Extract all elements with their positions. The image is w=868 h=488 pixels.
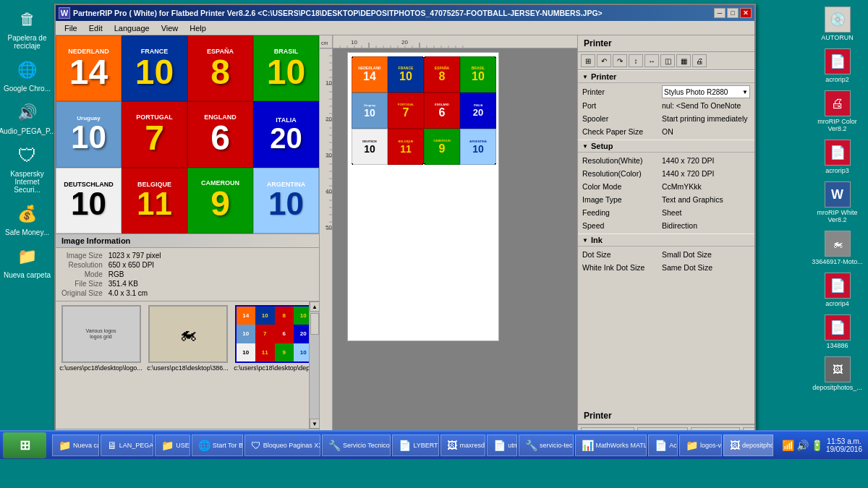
left-panel: NEDERLAND 14 FRANCE 10 ESPAÑA 8 BRASIL [56,35,320,443]
taskbar-tor-icon: 🌐 [198,440,210,451]
scroll-thumb[interactable] [310,313,319,335]
maximize-button[interactable]: □ [727,8,739,18]
taskbar-item-servicio[interactable]: 🔧 Servicio Tecnico Notebooks [322,435,391,456]
taskbar: ⊞ 📁 Nueva carpeta 🖥 LAN_PEGA_Rea... 📁 US… [0,430,868,459]
minimize-button[interactable]: ─ [714,8,726,18]
taskbar-item-depositphotos[interactable]: 🖼 depositphotos_... [723,435,773,456]
image-size-value: 1023 x 797 pixel [109,252,313,260]
thumbnail-1[interactable]: Various logoslogos grid c:\users\pc18\de… [59,305,142,414]
thumb-img-1: Various logoslogos grid [61,305,141,363]
menu-help[interactable]: Help [184,22,212,34]
menu-edit[interactable]: Edit [83,22,109,34]
taskbar-item-bloqueo[interactable]: 🛡 Bloqueo Paginas XXX Actualiz... [244,435,320,456]
chrome-icon[interactable]: 🌐 Google Chro... [2,54,53,95]
thumbnail-scrollbar[interactable]: ▲ ▼ [309,301,319,429]
taskbar-item-lybertyred[interactable]: 📄 LYBERTYRED [392,435,439,456]
printer-tb-btn-1[interactable]: ⊞ [581,54,595,67]
prop-feeding: Feeding Sheet [578,206,754,219]
thumbnails-container: Various logoslogos grid c:\users\pc18\de… [56,301,319,418]
start-button[interactable]: ⊞ [3,432,46,458]
svg-text:10: 10 [351,39,357,46]
taskbar-item-acro[interactable]: 📄 Acro [648,435,678,456]
section-printer-header[interactable]: Printer [578,70,754,83]
canvas-content: NEDERLAND14 FRANCE10 ESPAÑA8 BRASIL10 Ur… [333,48,577,443]
tray-battery-icon[interactable]: 🔋 [811,440,823,451]
printer-tb-btn-7[interactable]: ▦ [676,54,691,67]
file134886-icon[interactable]: 📄 134886 [808,312,867,352]
ruler-h-svg: 10 20 [333,35,577,48]
jersey-cell-cameroun: CAMEROUN 9 [187,168,253,234]
taskbar-nueva-icon: 📁 [59,440,71,451]
jersey-cell-nederland: NEDERLAND 14 [56,35,122,101]
prop-white-ink-dot-size: White Ink Dot Size Same Dot Size [578,261,754,274]
taskbar-depositphotos-icon: 🖼 [730,440,740,451]
taskbar-item-tor[interactable]: 🌐 Start Tor Browser [192,435,243,456]
acrorip4-icon[interactable]: 📄 acrorip4 [808,270,867,310]
autorun-icon[interactable]: 💿 AUTORUN [808,4,867,44]
taskbar-item-maxres[interactable]: 🖼 maxresdefault [441,435,485,456]
svg-text:20: 20 [401,39,408,46]
taskbar-item-logos[interactable]: 📁 logos-vector [679,435,722,456]
depositphotos-right-icon[interactable]: 🖼 depositphotos_... [808,354,867,394]
menu-view[interactable]: View [156,22,184,34]
jersey-cell-brasil: BRASIL 10 [253,35,319,101]
ruler-v-svg: 10 20 30 40 50 [320,48,332,443]
nueva-carpeta-icon[interactable]: 📁 Nueva carpeta [2,241,53,282]
menu-file[interactable]: File [59,22,83,34]
acrorip2-icon[interactable]: 📄 acrorip2 [808,46,867,86]
jersey-cell-argentina: ARGENTINA 10 [253,168,319,234]
printer-tb-btn-6[interactable]: ◫ [660,54,675,67]
taskbar-right: 📶 🔊 🔋 11:53 a.m. 19/09/2016 [776,437,868,453]
scroll-track [310,312,319,419]
kaspersky-icon[interactable]: 🛡 Kaspersky Internet Securi... [2,140,53,197]
taskbar-item-utmp[interactable]: 📄 utmp [487,435,517,456]
original-size-value: 4.0 x 3.1 cm [109,289,313,297]
printer-tb-btn-4[interactable]: ↕ [629,54,643,67]
taskbar-matlab-icon: 📊 [582,440,594,451]
printer-tb-btn-3[interactable]: ↷ [613,54,627,67]
canvas-paper: NEDERLAND14 FRANCE10 ESPAÑA8 BRASIL10 Ur… [347,52,499,341]
acrorip3-icon[interactable]: 📄 acrorip3 [808,137,867,177]
safe-money-icon[interactable]: 💰 Safe Money... [2,198,53,239]
scroll-up-arrow[interactable]: ▲ [310,301,319,312]
image-info-content: Image Size 1023 x 797 pixel Resolution 6… [56,248,319,301]
original-size-label: Original Size [61,289,103,297]
prop-resolution-white: Resolution(White) 1440 x 720 DPI [578,154,754,167]
taskbar-tray: 📶 🔊 🔋 [782,440,823,451]
jersey-grid: NEDERLAND 14 FRANCE 10 ESPAÑA 8 BRASIL [56,35,319,234]
printer-tb-btn-2[interactable]: ↶ [597,54,611,67]
printer-tb-btn-8[interactable]: 🖨 [692,54,707,67]
taskbar-item-nueva-carpeta[interactable]: 📁 Nueva carpeta [52,435,99,456]
section-setup-header[interactable]: Setup [578,140,754,153]
thumb-label-2: c:\users\pc18\desktop\386... [147,364,229,372]
jersey-image-container: NEDERLAND 14 FRANCE 10 ESPAÑA 8 BRASIL [56,35,319,234]
ruler-corner: cm [320,35,333,48]
printer-tb-btn-5[interactable]: ↔ [644,54,659,67]
moto-icon[interactable]: 🏍 33646917-Moto... [808,228,867,268]
taskbar-clock[interactable]: 11:53 a.m. 19/09/2016 [826,437,862,453]
acrorip-color-icon[interactable]: 🖨 mroRIP Color Ver8.2 [808,87,867,135]
taskbar-item-matlab[interactable]: 📊 MathWorks MATLAB R2016a [575,435,647,456]
audio-pega-icon[interactable]: 🔊 Audio_PEGA_P... [2,97,53,138]
section-ink-header[interactable]: Ink [578,234,754,247]
tray-volume-icon[interactable]: 🔊 [796,440,809,451]
taskbar-items: 📁 Nueva carpeta 🖥 LAN_PEGA_Rea... 📁 USER… [49,435,776,456]
menu-language[interactable]: Language [109,22,156,34]
taskbar-item-lan[interactable]: 🖥 LAN_PEGA_Rea... [101,435,154,456]
mode-label: Mode [61,270,103,278]
word-icon[interactable]: W mroRIP White Ver8.2 [808,179,867,226]
thumbnail-3[interactable]: 14 10 8 10 10 7 6 20 10 11 [233,305,316,414]
image-info-panel: Image Information Image Size 1023 x 797 … [56,234,319,301]
close-button[interactable]: ✕ [740,8,752,18]
taskbar-item-users[interactable]: 📁 USERS [155,435,190,456]
scroll-down-arrow[interactable]: ▼ [310,419,319,429]
jersey-cell-espana: ESPAÑA 8 [187,35,253,101]
taskbar-item-servicio2[interactable]: 🔧 servicio-tecnico-c... [519,435,574,456]
taskbar-servicio-icon: 🔧 [328,440,341,451]
printer-select[interactable]: Stylus Photo R2880 ▼ [662,85,750,98]
thumbnail-2[interactable]: 🏍 c:\users\pc18\desktop\386... [146,305,229,414]
recycle-bin-icon[interactable]: 🗑 Papelera de reciclaje [2,4,53,53]
tray-network-icon[interactable]: 📶 [782,440,794,451]
app-window: W PartnerRIP Pro ( White) for Flatbed Pr… [54,4,756,445]
image-size-label: Image Size [61,252,103,260]
